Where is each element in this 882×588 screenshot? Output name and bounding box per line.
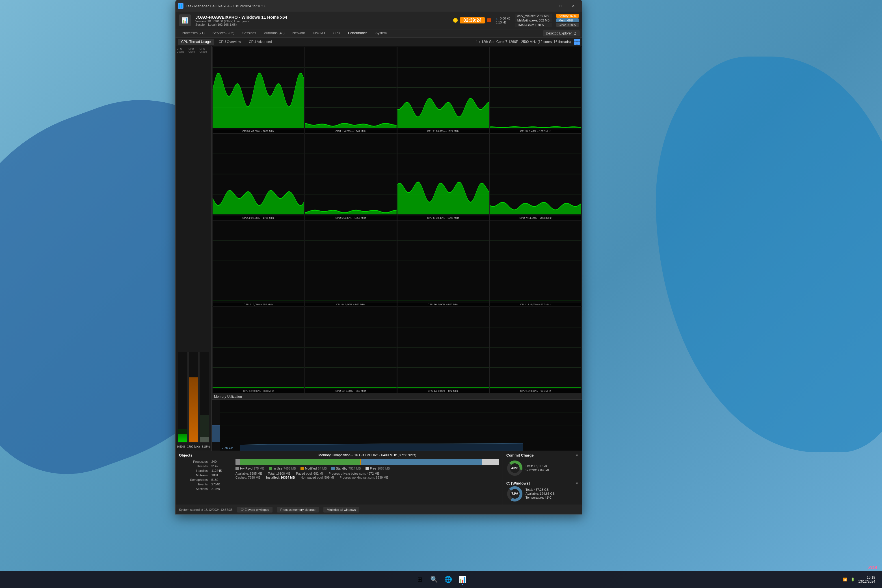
mem-legend-label-4: Free <box>370 467 376 470</box>
taskbar-search-button[interactable]: 🔍 <box>428 573 440 586</box>
cpu-area: CPU 0: 47,83% – 2036 MHz CPU 1: 4,29% – … <box>212 46 582 451</box>
tab-diskio[interactable]: Disk I/O <box>309 29 329 38</box>
thread-label-15: CPU 15: 0,00% – 931 MHz <box>490 389 581 393</box>
taskbar: ⊞ 🔍 🌐 📊 📶 🔋 15:18 13/12/2024 <box>0 571 882 588</box>
desktop-explorer-icon: 🖥 <box>573 31 577 36</box>
memory-value-label: 7,35 GB <box>222 446 233 450</box>
obj-label-2: Handles: <box>180 469 210 472</box>
taskbar-taskmanager-icon[interactable]: 📊 <box>456 573 468 586</box>
thread-graph-11 <box>490 220 581 301</box>
elevate-privileges-button[interactable]: 🛡 Elevate privileges <box>237 507 273 513</box>
cdrive-row: 73% Total: 457,23 GB Available: 124,86 G… <box>506 485 579 502</box>
cpu-badge: CPU: 9,50% <box>556 23 579 27</box>
tab-processes[interactable]: Processes (71) <box>178 29 208 38</box>
thread-graph-15 <box>490 307 581 388</box>
commit-title: Commit Charge <box>506 453 534 458</box>
cdrive-expand-icon[interactable]: ▼ <box>575 482 579 485</box>
obj-label-1: Threads: <box>180 464 210 468</box>
taskbar-right: 📶 🔋 15:18 13/12/2024 <box>843 576 875 584</box>
thread-graph-3 <box>490 47 581 128</box>
subtabbar: CPU Thread Usage CPU Overview CPU Advanc… <box>176 38 582 46</box>
mem-legend-hw-rsvd: Hw Rsvd 275 MB <box>236 467 264 470</box>
version-info: Version: 10.0.26100 (24H2) User: joaoc <box>195 20 448 23</box>
thread-graph-12 <box>213 307 304 388</box>
commit-expand-icon[interactable]: ▼ <box>575 453 579 458</box>
mem-legend-dot-4 <box>366 467 369 470</box>
mem-non-paged: Non-paged pool: 599 MI <box>300 476 334 479</box>
commit-column: Commit Charge ▼ 43% Limit: 18,11 GB Curr… <box>503 451 582 505</box>
subtab-overview[interactable]: CPU Overview <box>215 39 244 45</box>
objects-row: Semaphores:5189 <box>180 478 228 482</box>
minimize-all-label: Minimize all windows <box>327 508 356 512</box>
objects-column: Objects Processes:240Threads:3142Handles… <box>176 451 232 505</box>
obj-label-3: Mutexes: <box>180 473 210 477</box>
maximize-button[interactable]: □ <box>554 2 567 10</box>
commit-row: 43% Limit: 18,11 GB Current: 7,83 GB <box>506 460 579 477</box>
svg-marker-71 <box>212 443 523 451</box>
mem-comp-title: Memory Composition – 16 GB LPDDR5 - 6400… <box>236 453 499 457</box>
network-stats: ↑↓ 0,00 kB 3,13 kB <box>495 16 510 24</box>
session-info: Session: Local (192.168.1.68) <box>195 23 448 26</box>
cdrive-section: C: [Windows] ▼ 73% Total: 457,23 GB Avai… <box>506 481 579 502</box>
subtab-thread-usage[interactable]: CPU Thread Usage <box>178 39 214 45</box>
tab-sessions[interactable]: Sessions <box>238 29 260 38</box>
cpu-thread-0: CPU 0: 47,83% – 2036 MHz <box>212 47 304 133</box>
taskbar-start-button[interactable]: ⊞ <box>414 573 426 586</box>
mem-legend-dot-0 <box>236 467 239 470</box>
tab-network[interactable]: Network <box>288 29 309 38</box>
cdrive-title: C: [Windows] <box>506 481 530 485</box>
svg-rect-2 <box>179 6 180 8</box>
upload-stat: 0,00 kB <box>500 16 510 20</box>
main-window: Task Manager DeLuxe x64 - 13/12/2024 15:… <box>175 0 582 514</box>
tab-autoruns[interactable]: Autoruns (48) <box>260 29 289 38</box>
mem-paged: Paged pool: 682 MI <box>296 472 323 475</box>
commit-header: Commit Charge ▼ <box>506 453 579 458</box>
minimize-button[interactable]: – <box>541 2 554 10</box>
mem-badge: Mem: 46% <box>556 18 579 22</box>
cpu-thread-6: CPU 6: 30,43% – 1798 MHz <box>397 134 489 220</box>
desktop-explorer-button[interactable]: Desktop Explorer 🖥 <box>543 30 580 36</box>
objects-row: Events:27540 <box>180 482 228 486</box>
thread-graph-13 <box>305 307 397 388</box>
cpu-thread-5: CPU 5: 4,35% – 1853 MHz <box>305 134 397 220</box>
cpu-thread-11: CPU 11: 0,00% – 877 MHz <box>489 220 582 306</box>
mem-legend-value-1: 7458 MB <box>284 467 296 470</box>
thread-graph-10 <box>398 220 489 301</box>
xda-logo: XDA <box>868 566 878 570</box>
sidebar: CPU Usage CPU Clock GPU Usage <box>176 46 212 451</box>
minimize-all-button[interactable]: Minimize all windows <box>323 507 359 513</box>
sidebar-value-clock: 1799 MHz <box>187 445 200 448</box>
system-start-text: System started at 13/12/2024 12:37:35 <box>179 508 232 512</box>
thread-label-6: CPU 6: 30,43% – 1798 MHz <box>398 216 489 220</box>
tab-gpu[interactable]: GPU <box>329 29 344 38</box>
mem-installed: Installed: 16384 MB <box>266 476 295 479</box>
thread-label-13: CPU 13: 0,00% – 865 MHz <box>305 389 397 393</box>
taskbar-icons: ⊞ 🔍 🌐 📊 <box>414 573 468 586</box>
grid-layout-icon[interactable] <box>574 39 580 45</box>
process-badges: esrv_svc.exe: 2,39 MB MsMpEng.exe: 352 M… <box>515 14 552 27</box>
taskbar-time: 15:18 <box>858 576 875 579</box>
thread-graph-6 <box>398 134 489 214</box>
mem-seg-free <box>482 459 499 465</box>
mem-working: Process working set sum: 8239 MB <box>339 476 388 479</box>
memory-cleanup-button[interactable]: Process memory cleanup <box>277 507 319 513</box>
close-button[interactable]: ✕ <box>567 2 580 10</box>
thread-label-2: CPU 2: 26,09% – 1624 MHz <box>398 129 489 133</box>
thread-graph-9 <box>305 220 397 301</box>
main-tabbar: Processes (71) Services (285) Sessions A… <box>176 29 582 38</box>
mem-stats: Available: 8585 MB Total: 16108 MB Paged… <box>236 472 499 475</box>
action-bar: System started at 13/12/2024 12:37:35 🛡 … <box>176 505 582 514</box>
sidebar-label-gpu: GPU Usage <box>200 48 210 53</box>
tab-performance[interactable]: Performance <box>344 29 372 38</box>
mem-legend-value-4: 1058 MB <box>377 467 390 470</box>
app-icon <box>178 3 183 9</box>
cpu-thread-15: CPU 15: 0,00% – 931 MHz <box>489 307 582 393</box>
cdrive-temp: Temperature: 41°C <box>525 496 555 499</box>
taskbar-browser-icon[interactable]: 🌐 <box>442 573 454 586</box>
subtab-advanced[interactable]: CPU Advanced <box>245 39 275 45</box>
thread-graph-5 <box>305 134 397 214</box>
tab-services[interactable]: Services (285) <box>208 29 238 38</box>
svg-text:43%: 43% <box>512 466 518 470</box>
cpu-thread-12: CPU 12: 0,00% – 858 MHz <box>212 307 304 393</box>
tab-system[interactable]: System <box>372 29 391 38</box>
